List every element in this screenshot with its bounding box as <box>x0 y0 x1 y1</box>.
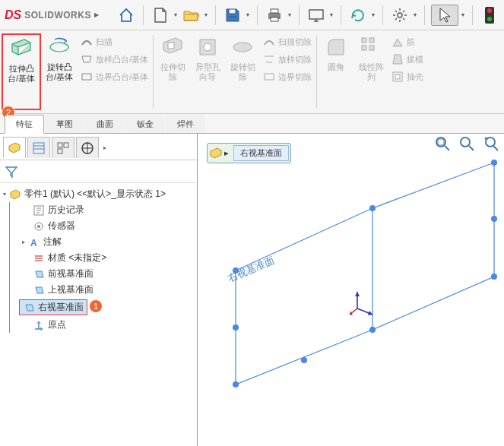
chevron-down-icon[interactable]: ▾ <box>287 11 293 18</box>
tree-top-plane-label: 上视基准面 <box>48 283 94 296</box>
tab-features[interactable]: 特征 <box>5 115 44 134</box>
revolve-cut-label: 旋转切 除 <box>230 62 255 82</box>
traffic-light-button[interactable] <box>479 5 500 26</box>
extrude-boss-button[interactable]: 拉伸凸 台/基体 2 <box>2 33 41 110</box>
configuration-manager-tab[interactable] <box>52 137 74 158</box>
chevron-down-icon[interactable]: ▾ <box>203 11 209 18</box>
collapse-icon[interactable]: ▾ <box>3 191 6 198</box>
tree-root[interactable]: ▾ 零件1 (默认) <<默认>_显示状态 1> <box>2 186 195 202</box>
save-button[interactable] <box>222 5 243 26</box>
tree-sensors-label: 传感器 <box>48 220 75 232</box>
screen-button[interactable] <box>306 5 327 26</box>
chevron-down-icon[interactable]: ▾ <box>245 11 251 18</box>
history-icon <box>33 204 45 217</box>
save-icon <box>225 8 240 23</box>
app-logo: DS SOLIDWORKS ▶ <box>5 8 106 22</box>
open-button[interactable] <box>180 5 201 26</box>
plane-icon <box>33 284 45 296</box>
revolve-boss-button[interactable]: 旋转凸 台/基体 <box>41 33 78 110</box>
rib-button[interactable]: 筋 <box>391 33 423 50</box>
shell-label: 抽壳 <box>407 71 423 83</box>
tab-surfaces[interactable]: 曲面 <box>85 115 125 133</box>
chevron-down-icon[interactable]: ▾ <box>460 11 466 18</box>
monitor-icon <box>308 8 325 23</box>
tab-weldments[interactable]: 焊件 <box>166 115 205 133</box>
sensor-icon <box>33 220 45 232</box>
fillet-icon <box>324 35 348 59</box>
tree-material[interactable]: 材质 <未指定> <box>19 250 195 266</box>
feature-ribbon: 拉伸凸 台/基体 2 旋转凸 台/基体 扫描 放样凸台/基体 边界凸台/基体 拉… <box>0 30 504 114</box>
chevron-down-icon[interactable]: ▾ <box>412 11 418 18</box>
document-icon <box>153 7 168 24</box>
sweep-button[interactable]: 扫描 <box>81 33 148 50</box>
gear-icon <box>392 8 407 23</box>
filter-icon[interactable] <box>5 165 18 179</box>
shell-icon <box>391 71 404 83</box>
rib-icon <box>391 36 404 48</box>
new-button[interactable] <box>150 5 171 26</box>
zoom-fit-icon[interactable] <box>434 135 452 153</box>
svg-point-37 <box>491 274 497 280</box>
tree-front-plane[interactable]: 前视基准面 <box>19 266 195 282</box>
svg-rect-16 <box>362 46 366 50</box>
boundary-boss-button[interactable]: 边界凸台/基体 <box>81 68 148 85</box>
zoom-area-icon[interactable] <box>458 135 477 153</box>
svg-point-4 <box>398 13 402 17</box>
svg-rect-19 <box>395 74 400 79</box>
config-icon <box>56 141 70 155</box>
revolve-boss-icon <box>47 35 71 59</box>
tab-sheetmetal[interactable]: 钣金 <box>125 115 165 133</box>
tree-history-label: 历史记录 <box>48 204 84 217</box>
fillet-button[interactable]: 圆角 <box>319 33 353 110</box>
boundary-cut-button[interactable]: 边界切除 <box>263 68 312 85</box>
tree-sensors[interactable]: 传感器 <box>19 218 195 234</box>
dimxpert-manager-tab[interactable] <box>76 137 99 158</box>
graphics-viewport[interactable]: ▸ 右视基准面 右视基准面 <box>198 134 504 446</box>
svg-point-36 <box>491 216 497 222</box>
rebuild-button[interactable] <box>347 5 369 26</box>
loft-cut-label: 放样切除 <box>278 54 312 65</box>
tree-origin-label: 原点 <box>48 318 66 331</box>
home-button[interactable] <box>116 5 137 26</box>
tree-material-label: 材质 <未指定> <box>48 251 106 264</box>
tree-right-plane[interactable]: 右视基准面 1 <box>19 298 195 317</box>
chevron-right-icon[interactable]: ▶ <box>94 11 99 18</box>
linear-pattern-button[interactable]: 线性阵 列 <box>353 33 388 110</box>
select-button[interactable] <box>431 5 458 26</box>
svg-rect-14 <box>362 38 366 43</box>
property-manager-tab[interactable] <box>27 137 50 158</box>
loft-cut-button[interactable]: 放样切除 <box>263 51 312 68</box>
tree-top-plane[interactable]: 上视基准面 <box>19 282 195 298</box>
loft-boss-button[interactable]: 放样凸台/基体 <box>81 51 148 68</box>
draft-button[interactable]: 拔模 <box>391 51 423 68</box>
panel-chevron-icon[interactable]: ▸ <box>100 144 109 151</box>
extrude-boss-label: 拉伸凸 台/基体 <box>8 64 35 84</box>
tree-annotations-label: 注解 <box>43 236 62 248</box>
chevron-down-icon[interactable]: ▾ <box>370 11 376 18</box>
sweep-icon <box>81 36 93 48</box>
tree-history[interactable]: 历史记录 <box>19 202 195 218</box>
shell-button[interactable]: 抽壳 <box>391 68 423 85</box>
hole-wizard-button[interactable]: 异型孔 向导 <box>190 33 225 110</box>
chevron-down-icon[interactable]: ▾ <box>173 11 179 18</box>
tab-sketch[interactable]: 草图 <box>45 115 84 133</box>
previous-view-icon[interactable] <box>483 135 499 153</box>
options-button[interactable] <box>389 5 410 26</box>
feature-tree-tab[interactable] <box>3 137 26 158</box>
revolve-cut-button[interactable]: 旋转切 除 <box>225 33 260 110</box>
sweep-cut-button[interactable]: 扫描切除 <box>263 33 312 50</box>
boundary-cut-label: 边界切除 <box>278 71 312 83</box>
tree-origin[interactable]: 原点 <box>19 317 195 333</box>
part-icon <box>8 141 21 155</box>
print-button[interactable] <box>264 5 285 26</box>
tree-annotations[interactable]: ▸ A 注解 <box>19 234 195 250</box>
svg-rect-15 <box>369 38 374 43</box>
rib-label: 筋 <box>407 36 415 48</box>
svg-point-6 <box>487 8 492 13</box>
chevron-down-icon[interactable]: ▾ <box>328 11 334 18</box>
svg-rect-21 <box>438 139 444 145</box>
extrude-cut-button[interactable]: 拉伸切 除 <box>155 33 190 110</box>
sweep-label: 扫描 <box>96 36 113 48</box>
plane-wireframe[interactable] <box>220 157 502 407</box>
expand-icon[interactable]: ▸ <box>22 239 25 245</box>
